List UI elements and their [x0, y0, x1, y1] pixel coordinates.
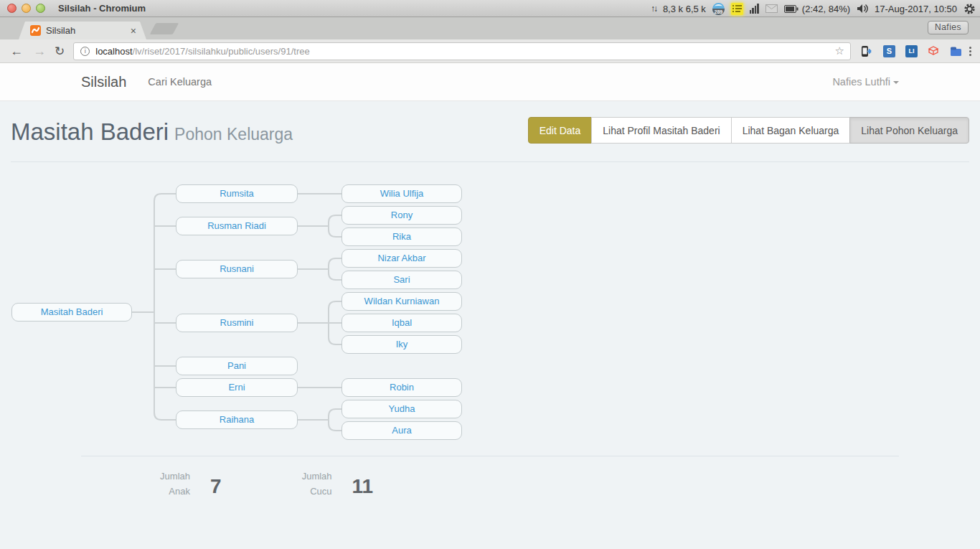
- forward-button[interactable]: →: [33, 44, 46, 57]
- tree-node-grandchild[interactable]: Wilia Ulfija: [341, 184, 462, 203]
- system-tray: ↑↓ 8,3 k 6,5 k 289: [651, 0, 976, 17]
- window-close-button[interactable]: [7, 4, 17, 13]
- battery-icon[interactable]: [784, 5, 798, 13]
- lihat-bagan-button[interactable]: Lihat Bagan Keluarga: [731, 117, 851, 144]
- tree-node-grandchild[interactable]: Nizar Akbar: [341, 249, 462, 268]
- mail-icon[interactable]: [765, 4, 778, 13]
- window-title: Silsilah - Chromium: [58, 3, 146, 14]
- push-to-phone-extension-icon[interactable]: [861, 45, 873, 57]
- tab-silsilah[interactable]: Silsilah ×: [19, 22, 146, 39]
- chevron-down-icon: [893, 81, 899, 84]
- window-maximize-button[interactable]: [36, 4, 45, 13]
- list-indicator-icon[interactable]: [731, 3, 743, 15]
- network-rate-label: 8,3 k 6,5 k: [663, 4, 706, 14]
- page-header: Masitah BaderiPohon Keluarga Edit Data L…: [11, 118, 969, 151]
- browser-menu-icon[interactable]: [969, 47, 971, 56]
- edit-data-button[interactable]: Edit Data: [528, 117, 593, 144]
- blue-box-extension-icon[interactable]: [950, 45, 962, 57]
- stat-jumlah-anak: Jumlah Anak 7: [146, 469, 222, 499]
- reload-button[interactable]: ↻: [55, 45, 65, 57]
- brand-silsilah[interactable]: Silsilah: [81, 74, 126, 90]
- page-title: Masitah Baderi: [11, 118, 169, 145]
- tree-node-child[interactable]: Rusman Riadi: [176, 217, 298, 235]
- tree-node-grandchild[interactable]: Rika: [341, 227, 462, 246]
- nav-link-cari-keluarga[interactable]: Cari Keluarga: [148, 76, 212, 88]
- volume-icon[interactable]: [857, 4, 868, 14]
- stats-divider: [81, 456, 899, 456]
- clock-label: 17-Aug-2017, 10:50: [875, 4, 957, 14]
- extension-icons: S LI: [861, 45, 962, 57]
- tree-node-grandchild[interactable]: Iqbal: [341, 314, 462, 332]
- back-button[interactable]: ←: [10, 44, 23, 57]
- stat-cucu-label: Jumlah Cucu: [288, 469, 332, 499]
- laravel-extension-icon[interactable]: [928, 45, 940, 57]
- tree-node-root[interactable]: Masitah Baderi: [11, 303, 132, 322]
- user-dropdown[interactable]: Nafies Luthfi: [832, 76, 899, 88]
- tree-node-grandchild[interactable]: Robin: [341, 378, 462, 397]
- tree-node-child[interactable]: Rumsita: [176, 184, 298, 203]
- tree-node-child[interactable]: Raihana: [176, 410, 298, 429]
- url-host: localhost: [95, 46, 132, 57]
- system-panel: Silsilah - Chromium ↑↓ 8,3 k 6,5 k 289: [0, 0, 980, 17]
- tab-title: Silsilah: [46, 25, 131, 36]
- tree-node-grandchild[interactable]: Iky: [341, 335, 462, 354]
- window-minimize-button[interactable]: [22, 4, 31, 13]
- stats-row: Jumlah Anak 7 Jumlah Cucu 11: [81, 469, 899, 499]
- gear-icon[interactable]: [963, 3, 976, 15]
- li-extension-icon[interactable]: LI: [905, 45, 918, 57]
- stat-anak-label: Jumlah Anak: [146, 469, 190, 499]
- user-dropdown-label: Nafies Luthfi: [832, 76, 890, 88]
- indicator-badge: 289: [712, 9, 725, 15]
- stat-anak-value: 7: [210, 475, 222, 499]
- tab-close-icon[interactable]: ×: [131, 25, 136, 37]
- new-tab-button[interactable]: [150, 23, 179, 34]
- tree-node-grandchild[interactable]: Yudha: [341, 400, 462, 418]
- user-badge: Nafies: [928, 21, 969, 34]
- header-divider: [11, 161, 969, 162]
- tree-node-grandchild[interactable]: Wildan Kurniawan: [341, 292, 462, 311]
- tree-node-child[interactable]: Rusnani: [176, 260, 298, 278]
- network-arrows-icon[interactable]: ↑↓: [651, 4, 656, 14]
- site-navbar: Silsilah Cari Keluarga Nafies Luthfi: [0, 63, 980, 101]
- tree-node-child[interactable]: Pani: [176, 357, 298, 375]
- tree-node-child[interactable]: Rusmini: [176, 314, 298, 332]
- tree-node-grandchild[interactable]: Sari: [341, 271, 462, 289]
- bookmark-star-icon[interactable]: ☆: [835, 44, 844, 57]
- window-controls: [7, 4, 45, 13]
- tab-strip: Silsilah × Nafies: [0, 17, 980, 39]
- signal-bars-icon[interactable]: [750, 4, 759, 14]
- family-tree: Masitah BaderiRumsitaWilia UlfijaRusman …: [11, 178, 969, 440]
- stat-cucu-value: 11: [352, 475, 374, 499]
- browser-toolbar: ← → ↻ i localhost/lv/riset/2017/silsilah…: [0, 39, 980, 63]
- battery-label: (2:42, 84%): [802, 4, 850, 14]
- indicator-circle-icon[interactable]: 289: [712, 3, 725, 15]
- xampp-favicon-icon: [30, 25, 41, 36]
- stat-jumlah-cucu: Jumlah Cucu 11: [288, 469, 374, 499]
- url-bar[interactable]: i localhost/lv/riset/2017/silsilahku/pub…: [73, 42, 851, 60]
- lihat-pohon-button[interactable]: Lihat Pohon Keluarga: [849, 117, 969, 144]
- action-button-group: Edit Data Lihat Profil Masitah Baderi Li…: [528, 117, 969, 144]
- tree-node-grandchild[interactable]: Rony: [341, 206, 462, 225]
- lihat-profil-button[interactable]: Lihat Profil Masitah Baderi: [591, 117, 731, 144]
- screen: Silsilah - Chromium ↑↓ 8,3 k 6,5 k 289: [0, 0, 980, 549]
- tree-node-grandchild[interactable]: Aura: [341, 421, 462, 440]
- page-info-icon[interactable]: i: [80, 47, 90, 56]
- url-path: /lv/riset/2017/silsilahku/public/users/9…: [133, 46, 310, 57]
- page-subtitle: Pohon Keluarga: [174, 125, 293, 144]
- tree-node-child[interactable]: Erni: [176, 378, 298, 397]
- stylish-extension-icon[interactable]: S: [883, 45, 895, 57]
